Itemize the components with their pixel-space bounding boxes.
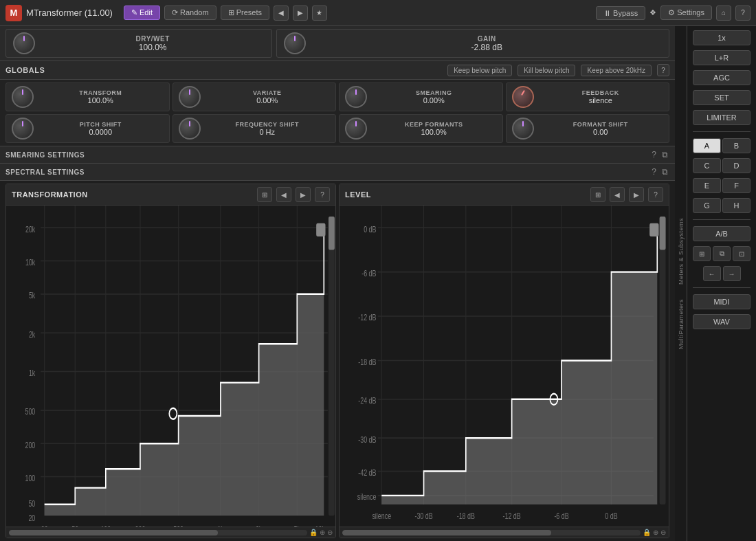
level-zoom-in-icon[interactable]: ⊕	[653, 529, 658, 536]
random-button[interactable]: ⟳ Random	[164, 5, 216, 20]
btn-limiter[interactable]: LIMITER	[693, 110, 751, 125]
keep-above-20khz-button[interactable]: Keep above 20kHz	[581, 65, 652, 76]
transform-lock-icon[interactable]: 🔒	[309, 529, 318, 536]
btn-1x[interactable]: 1x	[693, 30, 751, 45]
variate-value: 0.00%	[256, 96, 278, 104]
svg-text:20: 20	[28, 513, 35, 522]
spectral-settings-header[interactable]: SPECTRAL SETTINGS ? ⧉	[0, 164, 675, 181]
divider-2	[693, 219, 751, 220]
level-prev-button[interactable]: ◀	[610, 187, 625, 202]
smearing-help-button[interactable]: ?	[650, 150, 658, 159]
smearing-label: SMEARING	[416, 89, 452, 96]
transform-next-button[interactable]: ▶	[296, 187, 311, 202]
smearing-info: SMEARING 0.00%	[371, 89, 497, 104]
transform-knob[interactable]	[12, 86, 34, 108]
kill-below-pitch-button[interactable]: Kill below pitch	[518, 65, 575, 76]
transform-cell: TRANSFORM 100.0%	[5, 82, 170, 111]
svg-text:-6 dB: -6 dB	[554, 511, 568, 520]
help-icon[interactable]: ?	[735, 5, 751, 21]
keep-below-pitch-button[interactable]: Keep below pitch	[447, 65, 512, 76]
bypass-button[interactable]: ⏸ Bypass	[596, 6, 645, 20]
edit-button[interactable]: ✎ Edit	[124, 5, 160, 20]
svg-text:200: 200	[135, 524, 146, 527]
slot-g-button[interactable]: G	[693, 198, 721, 213]
level-scroll-thumb	[342, 530, 551, 536]
svg-rect-39	[329, 217, 335, 516]
level-zoom-out-icon[interactable]: ⊖	[660, 529, 666, 536]
home-icon[interactable]: ⌂	[716, 5, 731, 21]
svg-text:0 dB: 0 dB	[605, 511, 617, 520]
slot-h-button[interactable]: H	[722, 198, 751, 213]
slot-b-button[interactable]: B	[722, 138, 751, 153]
level-next-button[interactable]: ▶	[629, 187, 644, 202]
svg-rect-40	[329, 217, 335, 250]
level-help-button[interactable]: ?	[648, 187, 663, 202]
presets-button[interactable]: ⊞ Presets	[221, 5, 269, 20]
smearing-actions: ? ⧉	[650, 150, 669, 159]
globals-bar: GLOBALS Keep below pitch Kill below pitc…	[0, 61, 675, 80]
freq-shift-info: FREQUENCY SHIFT 0 Hz	[205, 121, 331, 136]
dry-wet-block: DRY/WET 100.0%	[5, 29, 272, 58]
paste-icon-btn[interactable]: ⊡	[733, 246, 751, 261]
nav-left-button[interactable]: ◀	[274, 5, 289, 21]
transformation-chart-header: TRANSFORMATION ⊞ ◀ ▶ ?	[6, 184, 335, 206]
variate-knob[interactable]	[179, 86, 201, 108]
level-lock-icon[interactable]: 🔒	[643, 529, 651, 536]
transformation-chart-footer: 🔒 ⊕ ⊖	[6, 527, 335, 538]
level-chart-svg: 0 dB -6 dB -12 dB -18 dB -24 dB -30 dB -…	[340, 206, 669, 527]
btn-lr[interactable]: L+R	[693, 50, 751, 65]
nav-right-button[interactable]: ▶	[293, 5, 308, 21]
formant-shift-info: FORMANT SHIFT 0.00	[538, 121, 664, 136]
slot-d-button[interactable]: D	[722, 158, 751, 173]
slot-a-button[interactable]: A	[693, 138, 721, 153]
btn-set[interactable]: SET	[693, 90, 751, 105]
smearing-settings-header[interactable]: SMEARING SETTINGS ? ⧉	[0, 146, 675, 164]
level-chart-body[interactable]: 0 dB -6 dB -12 dB -18 dB -24 dB -30 dB -…	[340, 206, 669, 527]
slot-c-button[interactable]: C	[693, 158, 721, 173]
svg-text:-6 dB: -6 dB	[362, 268, 376, 278]
btn-ab[interactable]: A/B	[693, 226, 751, 241]
settings-button[interactable]: ⚙ Settings	[660, 5, 712, 20]
pitch-shift-knob[interactable]	[12, 118, 34, 140]
redo-button[interactable]: →	[723, 266, 741, 281]
copy-icon-btn[interactable]: ⧉	[713, 246, 731, 261]
smearing-copy-button[interactable]: ⧉	[660, 150, 669, 159]
formant-shift-cell: FORMANT SHIFT 0.00	[506, 114, 670, 143]
keep-formants-knob[interactable]	[345, 118, 367, 140]
undo-button[interactable]: ←	[703, 266, 721, 281]
gain-knob[interactable]	[284, 32, 306, 54]
feedback-knob[interactable]	[512, 86, 534, 108]
star-icon[interactable]: ★	[312, 5, 327, 21]
level-grid-icon[interactable]: ⊞	[590, 187, 605, 202]
svg-text:5k: 5k	[294, 524, 301, 527]
globals-help-icon[interactable]: ?	[657, 64, 669, 76]
svg-rect-71	[649, 223, 658, 236]
btn-wav[interactable]: WAV	[693, 314, 751, 329]
transformation-chart-svg: 20k 10k 5k 2k 1k 500 200 100 50 20 20 50…	[6, 206, 335, 527]
smearing-settings-title: SMEARING SETTINGS	[5, 151, 646, 159]
freq-shift-label: FREQUENCY SHIFT	[236, 121, 299, 128]
transform-zoom-in-icon[interactable]: ⊕	[320, 529, 325, 536]
slot-e-button[interactable]: E	[693, 178, 721, 193]
btn-agc[interactable]: AGC	[693, 70, 751, 85]
svg-text:1k: 1k	[217, 524, 224, 527]
transform-prev-button[interactable]: ◀	[276, 187, 291, 202]
spectral-help-button[interactable]: ?	[650, 167, 658, 177]
formant-shift-label: FORMANT SHIFT	[573, 121, 628, 128]
level-scroll-bar[interactable]	[342, 530, 641, 536]
smearing-knob[interactable]	[345, 86, 367, 108]
dry-wet-knob[interactable]	[13, 32, 35, 54]
spectral-copy-button[interactable]: ⧉	[660, 167, 669, 177]
formant-shift-knob[interactable]	[512, 118, 534, 140]
dry-wet-value: 100.0%	[139, 43, 167, 52]
gain-block: GAIN -2.88 dB	[276, 29, 669, 58]
transform-zoom-out-icon[interactable]: ⊖	[327, 529, 333, 536]
transformation-chart-body[interactable]: 20k 10k 5k 2k 1k 500 200 100 50 20 20 50…	[6, 206, 335, 527]
btn-midi[interactable]: MIDI	[693, 294, 751, 309]
transformation-scroll-bar[interactable]	[9, 530, 307, 536]
transform-grid-icon[interactable]: ⊞	[257, 187, 272, 202]
transform-help-button[interactable]: ?	[315, 187, 330, 202]
slot-f-button[interactable]: F	[722, 178, 751, 193]
grid-icon-btn[interactable]: ⊞	[693, 246, 711, 261]
freq-shift-knob[interactable]	[179, 118, 201, 140]
